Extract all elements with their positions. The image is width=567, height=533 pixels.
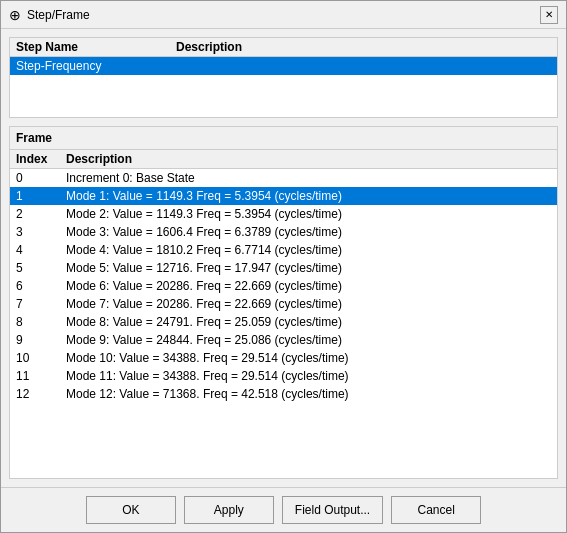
- frame-row-desc: Mode 11: Value = 34388. Freq = 29.514 (c…: [66, 369, 551, 383]
- frame-row[interactable]: 12Mode 12: Value = 71368. Freq = 42.518 …: [10, 385, 557, 403]
- frame-row-index: 3: [16, 225, 66, 239]
- frame-row[interactable]: 7Mode 7: Value = 20286. Freq = 22.669 (c…: [10, 295, 557, 313]
- step-col-desc-header: Description: [176, 40, 551, 54]
- frame-table-header: Index Description: [10, 150, 557, 169]
- frame-row[interactable]: 2Mode 2: Value = 1149.3 Freq = 5.3954 (c…: [10, 205, 557, 223]
- step-frame-dialog: ⊕ Step/Frame ✕ Step Name Description Ste…: [0, 0, 567, 533]
- frame-row-index: 8: [16, 315, 66, 329]
- frame-row[interactable]: 3Mode 3: Value = 1606.4 Freq = 6.3789 (c…: [10, 223, 557, 241]
- dialog-footer: OK Apply Field Output... Cancel: [1, 487, 566, 532]
- frame-row-index: 4: [16, 243, 66, 257]
- frame-row-desc: Mode 2: Value = 1149.3 Freq = 5.3954 (cy…: [66, 207, 551, 221]
- cancel-button[interactable]: Cancel: [391, 496, 481, 524]
- frame-row-index: 7: [16, 297, 66, 311]
- frame-row-desc: Mode 5: Value = 12716. Freq = 17.947 (cy…: [66, 261, 551, 275]
- frame-col-desc-header: Description: [66, 152, 551, 166]
- frame-row-index: 5: [16, 261, 66, 275]
- title-bar: ⊕ Step/Frame ✕: [1, 1, 566, 29]
- frame-row[interactable]: 10Mode 10: Value = 34388. Freq = 29.514 …: [10, 349, 557, 367]
- frame-row-desc: Mode 3: Value = 1606.4 Freq = 6.3789 (cy…: [66, 225, 551, 239]
- frame-row[interactable]: 4Mode 4: Value = 1810.2 Freq = 6.7714 (c…: [10, 241, 557, 259]
- dialog-title: Step/Frame: [27, 8, 90, 22]
- dialog-icon: ⊕: [9, 7, 21, 23]
- frame-row-index: 11: [16, 369, 66, 383]
- frame-row-desc: Mode 7: Value = 20286. Freq = 22.669 (cy…: [66, 297, 551, 311]
- frame-row-index: 0: [16, 171, 66, 185]
- frame-row-index: 6: [16, 279, 66, 293]
- frame-row-index: 2: [16, 207, 66, 221]
- close-button[interactable]: ✕: [540, 6, 558, 24]
- step-row[interactable]: Step-Frequency: [10, 57, 557, 75]
- frame-row-desc: Mode 12: Value = 71368. Freq = 42.518 (c…: [66, 387, 551, 401]
- frame-label: Frame: [10, 127, 557, 150]
- frame-row-desc: Mode 6: Value = 20286. Freq = 22.669 (cy…: [66, 279, 551, 293]
- frame-row-desc: Mode 1: Value = 1149.3 Freq = 5.3954 (cy…: [66, 189, 551, 203]
- frame-row-index: 10: [16, 351, 66, 365]
- frame-row[interactable]: 0Increment 0: Base State: [10, 169, 557, 187]
- field-output-button[interactable]: Field Output...: [282, 496, 383, 524]
- frame-row-desc: Increment 0: Base State: [66, 171, 551, 185]
- frame-row-index: 9: [16, 333, 66, 347]
- step-table-header: Step Name Description: [10, 38, 557, 57]
- step-row-desc: [176, 59, 551, 73]
- frame-row-desc: Mode 4: Value = 1810.2 Freq = 6.7714 (cy…: [66, 243, 551, 257]
- frame-row-desc: Mode 8: Value = 24791. Freq = 25.059 (cy…: [66, 315, 551, 329]
- step-section: Step Name Description Step-Frequency: [9, 37, 558, 118]
- frame-col-index-header: Index: [16, 152, 66, 166]
- frame-row[interactable]: 9Mode 9: Value = 24844. Freq = 25.086 (c…: [10, 331, 557, 349]
- frame-row[interactable]: 6Mode 6: Value = 20286. Freq = 22.669 (c…: [10, 277, 557, 295]
- frame-section: Frame Index Description 0Increment 0: Ba…: [9, 126, 558, 479]
- frame-rows: 0Increment 0: Base State1Mode 1: Value =…: [10, 169, 557, 478]
- frame-row-desc: Mode 9: Value = 24844. Freq = 25.086 (cy…: [66, 333, 551, 347]
- frame-row-index: 12: [16, 387, 66, 401]
- ok-button[interactable]: OK: [86, 496, 176, 524]
- step-row-name: Step-Frequency: [16, 59, 176, 73]
- frame-row[interactable]: 1Mode 1: Value = 1149.3 Freq = 5.3954 (c…: [10, 187, 557, 205]
- frame-row[interactable]: 8Mode 8: Value = 24791. Freq = 25.059 (c…: [10, 313, 557, 331]
- step-col-name-header: Step Name: [16, 40, 176, 54]
- step-list: Step-Frequency: [10, 57, 557, 117]
- frame-row[interactable]: 11Mode 11: Value = 34388. Freq = 29.514 …: [10, 367, 557, 385]
- apply-button[interactable]: Apply: [184, 496, 274, 524]
- dialog-content: Step Name Description Step-Frequency Fra…: [1, 29, 566, 487]
- frame-row-desc: Mode 10: Value = 34388. Freq = 29.514 (c…: [66, 351, 551, 365]
- frame-row[interactable]: 5Mode 5: Value = 12716. Freq = 17.947 (c…: [10, 259, 557, 277]
- frame-row-index: 1: [16, 189, 66, 203]
